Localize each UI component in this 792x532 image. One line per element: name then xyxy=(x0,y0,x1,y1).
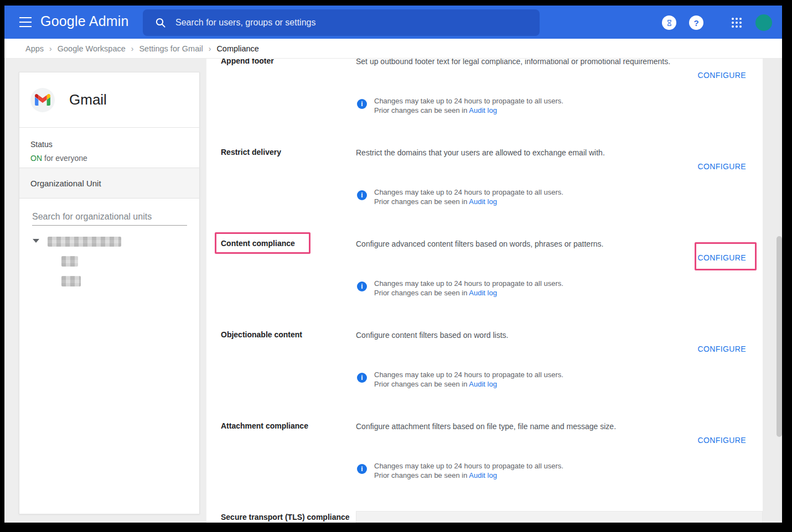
audit-log-link[interactable]: Audit log xyxy=(469,197,497,206)
propagation-note: i Changes may take up to 24 hours to pro… xyxy=(357,279,563,298)
info-icon: i xyxy=(357,464,367,474)
note-line1: Changes may take up to 24 hours to propa… xyxy=(374,370,563,379)
breadcrumb-apps[interactable]: Apps xyxy=(25,44,44,53)
global-search xyxy=(143,9,540,36)
org-unit-section-header: Organizational Unit xyxy=(19,168,199,199)
info-icon: i xyxy=(357,281,367,291)
service-header: Gmail xyxy=(19,72,199,128)
note-line1: Changes may take up to 24 hours to propa… xyxy=(374,187,563,197)
menu-icon[interactable] xyxy=(19,17,32,27)
note-line1: Changes may take up to 24 hours to propa… xyxy=(374,279,563,288)
setting-description: Configure content filters based on word … xyxy=(356,330,721,340)
note-text: Changes may take up to 24 hours to propa… xyxy=(374,187,563,206)
info-icon: i xyxy=(357,373,367,383)
configure-button[interactable]: CONFIGURE xyxy=(697,436,746,445)
org-tree-child-item-redacted[interactable] xyxy=(61,256,78,267)
note-line2: Prior changes can be seen in Audit log xyxy=(374,379,563,389)
help-icon[interactable]: ? xyxy=(689,15,703,30)
setting-description: Configure advanced content filters based… xyxy=(356,239,721,249)
setting-row-attachment-compliance: Attachment compliance Configure attachme… xyxy=(206,421,782,512)
help-glyph: ? xyxy=(693,18,698,28)
setting-field-box xyxy=(356,511,763,523)
left-panel: Gmail Status ONfor everyone Organization… xyxy=(4,59,206,523)
org-unit-section-title: Organizational Unit xyxy=(30,179,101,188)
org-tree-child-item-redacted[interactable] xyxy=(61,276,81,286)
configure-button[interactable]: CONFIGURE xyxy=(697,71,746,80)
configure-button[interactable]: CONFIGURE xyxy=(697,253,746,262)
note-line2: Prior changes can be seen in Audit log xyxy=(374,471,563,480)
note-line2-prefix: Prior changes can be seen in xyxy=(374,106,469,114)
note-line2-prefix: Prior changes can be seen in xyxy=(374,289,469,297)
breadcrumb-separator: › xyxy=(131,44,134,53)
breadcrumb-current: Compliance xyxy=(216,44,259,53)
propagation-note: i Changes may take up to 24 hours to pro… xyxy=(357,187,563,206)
configure-button[interactable]: CONFIGURE xyxy=(697,162,746,171)
app-logo-admin: Admin xyxy=(89,13,129,29)
note-text: Changes may take up to 24 hours to propa… xyxy=(374,96,563,115)
breadcrumb-settings-for-gmail[interactable]: Settings for Gmail xyxy=(139,44,203,53)
setting-name: Restrict delivery xyxy=(221,147,354,157)
gmail-logo-icon xyxy=(30,88,55,112)
scrollbar-track[interactable] xyxy=(763,59,782,523)
setting-name: Content compliance xyxy=(221,238,354,248)
audit-log-link[interactable]: Audit log xyxy=(469,289,497,297)
setting-name: Append footer xyxy=(221,59,354,66)
status-on: ON xyxy=(30,154,42,163)
org-unit-card: Gmail Status ONfor everyone Organization… xyxy=(19,72,200,514)
note-line2-prefix: Prior changes can be seen in xyxy=(374,197,469,206)
status-scope: for everyone xyxy=(44,154,87,163)
status-value: ONfor everyone xyxy=(30,154,188,163)
configure-button[interactable]: CONFIGURE xyxy=(697,345,746,353)
app-logo: GoogleAdmin xyxy=(40,13,129,29)
setting-description: Restrict the domains that your users are… xyxy=(356,148,721,158)
audit-log-link[interactable]: Audit log xyxy=(469,380,497,388)
status-block: Status ONfor everyone xyxy=(19,128,199,168)
setting-name: Secure transport (TLS) compliance xyxy=(221,512,354,522)
apps-grid-icon[interactable] xyxy=(731,17,743,29)
setting-row-objectionable-content: Objectionable content Configure content … xyxy=(206,330,782,421)
org-tree-root-item-redacted[interactable] xyxy=(48,237,121,247)
note-line2: Prior changes can be seen in Audit log xyxy=(374,288,563,298)
tree-expand-icon[interactable] xyxy=(33,239,39,243)
info-icon: i xyxy=(357,99,367,109)
setting-name: Attachment compliance xyxy=(221,421,354,431)
note-line1: Changes may take up to 24 hours to propa… xyxy=(374,96,563,106)
scrollbar-thumb[interactable] xyxy=(777,236,782,437)
account-avatar[interactable] xyxy=(755,14,772,31)
info-icon: i xyxy=(357,190,367,200)
setting-row-content-compliance: Content compliance Configure advanced co… xyxy=(206,238,782,330)
org-unit-search xyxy=(32,211,187,226)
settings-list: Append footer Set up outbound footer tex… xyxy=(206,59,782,523)
app-logo-google: Google xyxy=(40,13,86,29)
note-line2-prefix: Prior changes can be seen in xyxy=(374,380,469,388)
audit-log-link[interactable]: Audit log xyxy=(469,471,497,479)
note-line2: Prior changes can be seen in Audit log xyxy=(374,197,563,206)
search-input[interactable] xyxy=(175,18,532,28)
setting-row-restrict-delivery: Restrict delivery Restrict the domains t… xyxy=(206,147,782,238)
audit-log-link[interactable]: Audit log xyxy=(469,106,497,114)
note-line1: Changes may take up to 24 hours to propa… xyxy=(374,461,563,471)
note-text: Changes may take up to 24 hours to propa… xyxy=(374,461,563,480)
setting-description: Set up outbound footer text for legal co… xyxy=(356,59,721,66)
setting-row-secure-transport-tls: Secure transport (TLS) compliance xyxy=(206,512,782,523)
note-line2-prefix: Prior changes can be seen in xyxy=(374,471,469,479)
note-text: Changes may take up to 24 hours to propa… xyxy=(374,370,563,389)
tasks-hourglass-icon[interactable] xyxy=(662,15,676,30)
service-title: Gmail xyxy=(69,91,107,108)
search-icon xyxy=(154,17,167,29)
propagation-note: i Changes may take up to 24 hours to pro… xyxy=(357,96,563,115)
note-text: Changes may take up to 24 hours to propa… xyxy=(374,279,563,298)
admin-console-window: GoogleAdmin ? Apps › Google Workspace › xyxy=(4,6,782,523)
breadcrumb-google-workspace[interactable]: Google Workspace xyxy=(58,44,126,53)
app-bar: GoogleAdmin ? xyxy=(4,6,782,39)
org-unit-search-input[interactable] xyxy=(32,211,187,226)
setting-row-append-footer: Append footer Set up outbound footer tex… xyxy=(206,59,782,147)
setting-name: Objectionable content xyxy=(221,330,354,340)
breadcrumb-separator: › xyxy=(49,44,52,53)
breadcrumb: Apps › Google Workspace › Settings for G… xyxy=(4,39,782,59)
propagation-note: i Changes may take up to 24 hours to pro… xyxy=(357,370,563,389)
note-line2: Prior changes can be seen in Audit log xyxy=(374,106,563,115)
propagation-note: i Changes may take up to 24 hours to pro… xyxy=(357,461,563,480)
status-label: Status xyxy=(30,140,188,149)
breadcrumb-separator: › xyxy=(209,44,211,53)
